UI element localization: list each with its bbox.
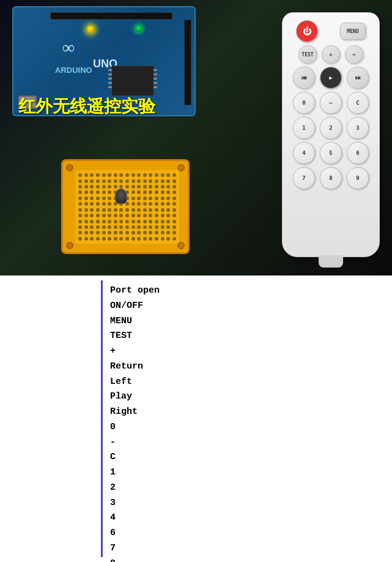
remote-7-btn[interactable]: 7	[293, 167, 315, 189]
next-icon: ⏭	[355, 75, 361, 81]
power-icon: ⏻	[303, 26, 311, 36]
remote-control: ⏻ MENU TEST + ↩ ⏮ ▶	[282, 12, 380, 257]
led-yellow	[87, 26, 94, 33]
serial-line-2: MENU	[110, 314, 392, 329]
remote-next-btn[interactable]: ⏭	[347, 67, 369, 89]
remote-row-4: 0 − C	[293, 92, 369, 114]
remote-8-btn[interactable]: 8	[320, 167, 342, 189]
remote-power-btn[interactable]: ⏻	[296, 20, 318, 42]
remote-1-btn[interactable]: 1	[293, 117, 315, 139]
arduino-logo: ∞	[62, 38, 76, 58]
serial-monitor: Port openON/OFFMENUTEST+ReturnLeftPlayRi…	[0, 275, 392, 562]
remote-9-btn[interactable]: 9	[347, 167, 369, 189]
remote-5-btn[interactable]: 5	[320, 142, 342, 164]
experiment-image: ∞ UNO ARDUINO 红外无线遥控实验	[0, 0, 392, 275]
serial-line-6: Left	[110, 375, 392, 390]
serial-line-5: Return	[110, 359, 392, 375]
serial-line-0: Port open	[110, 283, 392, 299]
serial-line-1: ON/OFF	[110, 299, 392, 314]
arduino-text: ARDUINO	[55, 66, 92, 75]
ir-sensor	[115, 189, 127, 204]
play-icon: ▶	[329, 75, 332, 81]
remote-row-7: 7 8 9	[293, 167, 369, 189]
breadboard	[61, 159, 190, 257]
serial-line-15: 4	[110, 511, 392, 526]
remote-2-btn[interactable]: 2	[320, 117, 342, 139]
remote-3-btn[interactable]: 3	[347, 117, 369, 139]
minus-icon: −	[329, 100, 332, 106]
menu-label: MENU	[347, 29, 358, 34]
remote-row-5: 1 2 3	[293, 117, 369, 139]
chinese-title: 红外无线遥控实验	[18, 95, 155, 118]
serial-line-7: Play	[110, 389, 392, 405]
remote-tab	[319, 255, 343, 268]
remote-row-3: ⏮ ▶ ⏭	[293, 67, 369, 89]
remote-return-btn[interactable]: ↩	[345, 45, 363, 64]
remote-row-2: TEST + ↩	[298, 45, 363, 64]
remote-minus-btn[interactable]: −	[320, 92, 342, 114]
serial-line-17: 7	[110, 541, 392, 556]
led-green	[136, 26, 142, 32]
plus-icon: +	[330, 52, 333, 58]
serial-border	[101, 280, 103, 557]
remote-row-1: ⏻ MENU	[296, 20, 366, 42]
serial-line-10: -	[110, 435, 392, 451]
ic-chip	[111, 66, 154, 96]
serial-line-4: +	[110, 344, 392, 359]
serial-line-8: Right	[110, 405, 392, 420]
serial-line-11: C	[110, 450, 392, 465]
remote-plus-btn[interactable]: +	[322, 45, 340, 64]
serial-line-13: 2	[110, 481, 392, 496]
remote-c-btn[interactable]: C	[347, 92, 369, 114]
serial-line-14: 3	[110, 496, 392, 511]
remote-row-6: 4 5 6	[293, 142, 369, 164]
serial-line-18: 8	[110, 556, 392, 563]
serial-output: Port openON/OFFMENUTEST+ReturnLeftPlayRi…	[110, 280, 392, 562]
remote-4-btn[interactable]: 4	[293, 142, 315, 164]
serial-line-9: 0	[110, 420, 392, 435]
serial-line-12: 1	[110, 465, 392, 481]
remote-6-btn[interactable]: 6	[347, 142, 369, 164]
serial-line-16: 6	[110, 526, 392, 541]
remote-0-btn[interactable]: 0	[293, 92, 315, 114]
return-icon: ↩	[353, 52, 356, 58]
serial-line-3: TEST	[110, 329, 392, 344]
remote-menu-btn[interactable]: MENU	[340, 23, 366, 40]
remote-play-btn[interactable]: ▶	[320, 67, 342, 89]
remote-prev-btn[interactable]: ⏮	[293, 67, 315, 89]
prev-icon: ⏮	[301, 75, 307, 81]
remote-test-btn[interactable]: TEST	[298, 45, 317, 64]
